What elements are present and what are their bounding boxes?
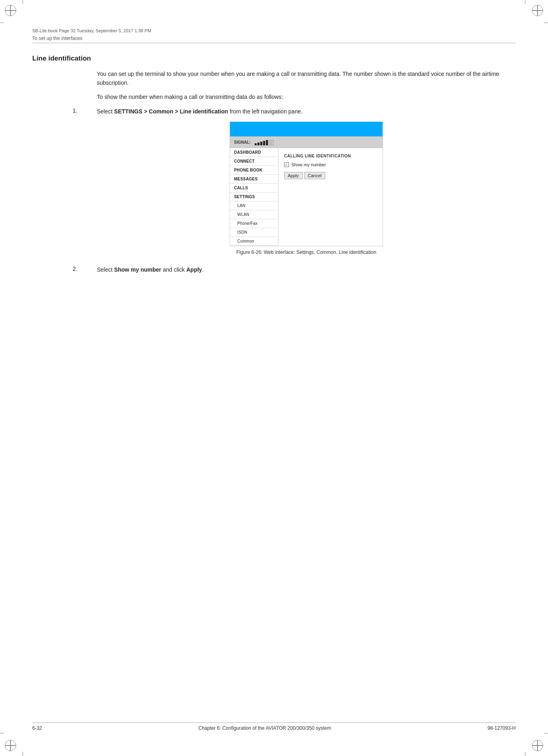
step-2-number: 2. bbox=[73, 266, 97, 280]
signal-bar-4 bbox=[263, 141, 265, 145]
signal-bar-5 bbox=[266, 140, 268, 145]
checkbox-row: ✓ Show my number bbox=[284, 162, 377, 167]
section-header: To set up the interfaces bbox=[32, 35, 516, 43]
step-2-content: Select Show my number and click Apply. bbox=[97, 266, 516, 280]
nav-lan[interactable]: LAN bbox=[230, 201, 278, 210]
nav-settings[interactable]: SETTINGS bbox=[230, 193, 278, 201]
nav-wlan[interactable]: WLAN bbox=[230, 210, 278, 219]
nav-phone-fax[interactable]: Phone/Fax bbox=[230, 219, 278, 228]
body-paragraph-2: To show the number when making a call or… bbox=[97, 93, 516, 102]
step-1-number: 1. bbox=[73, 107, 97, 259]
main-content: Line identification You can set up the t… bbox=[32, 54, 516, 280]
web-main-title: CALLING LINE IDENTIFICATION bbox=[284, 154, 377, 158]
step-1-text: Select SETTINGS > Common > Line identifi… bbox=[97, 107, 516, 116]
signal-bar-1 bbox=[255, 143, 257, 145]
section-path: To set up the interfaces bbox=[32, 36, 82, 41]
checkbox-label: Show my number bbox=[291, 162, 326, 167]
web-nav: DASHBOARD CONNECT PHONE BOOK MESSAGES CA… bbox=[230, 148, 278, 246]
show-my-number-checkbox[interactable]: ✓ bbox=[284, 162, 289, 167]
footer-left: 6-32 bbox=[32, 725, 42, 731]
figure-caption: Figure 6-26: Web interface: Settings, Co… bbox=[236, 249, 376, 255]
signal-bars-container bbox=[255, 139, 274, 145]
signal-bar-6-empty bbox=[269, 140, 271, 145]
signal-bar-2 bbox=[257, 142, 259, 145]
step-1-content: Select SETTINGS > Common > Line identifi… bbox=[97, 107, 516, 259]
screenshot-container: SIGNAL: bbox=[97, 121, 516, 255]
signal-bar-7-empty bbox=[272, 140, 274, 145]
nav-isdn[interactable]: ISDN bbox=[230, 228, 278, 237]
step-1: 1. Select SETTINGS > Common > Line ident… bbox=[73, 107, 516, 259]
step-2: 2. Select Show my number and click Apply… bbox=[73, 266, 516, 280]
footer-right: 98-127093-H bbox=[487, 725, 516, 731]
signal-label: SIGNAL: bbox=[234, 140, 251, 144]
book-meta: SB-Lite.book Page 32 Tuesday, September … bbox=[32, 28, 516, 33]
web-signal-bar: SIGNAL: bbox=[230, 136, 383, 148]
apply-button[interactable]: Apply bbox=[284, 172, 303, 179]
web-buttons: Apply Cancel bbox=[284, 172, 377, 179]
section-title: Line identification bbox=[32, 54, 516, 63]
body-paragraph-1: You can set up the terminal to show your… bbox=[97, 70, 516, 87]
web-body: DASHBOARD CONNECT PHONE BOOK MESSAGES CA… bbox=[230, 148, 383, 246]
footer-center: Chapter 6: Configuration of the AVIATOR … bbox=[199, 725, 331, 731]
nav-common[interactable]: Common bbox=[230, 237, 278, 246]
web-interface: SIGNAL: bbox=[230, 121, 383, 246]
nav-messages[interactable]: MESSAGES bbox=[230, 175, 278, 184]
nav-calls[interactable]: CALLS bbox=[230, 184, 278, 193]
nav-connect[interactable]: CONNECT bbox=[230, 157, 278, 166]
nav-phone-book[interactable]: PHONE BOOK bbox=[230, 166, 278, 175]
web-main-area: CALLING LINE IDENTIFICATION ✓ Show my nu… bbox=[278, 148, 383, 246]
nav-dashboard[interactable]: DASHBOARD bbox=[230, 148, 278, 157]
step-2-text: Select Show my number and click Apply. bbox=[97, 266, 516, 274]
web-header-bar bbox=[230, 122, 383, 136]
page-footer: 6-32 Chapter 6: Configuration of the AVI… bbox=[32, 722, 516, 731]
cancel-button[interactable]: Cancel bbox=[304, 172, 325, 179]
signal-bar-3 bbox=[260, 142, 262, 145]
